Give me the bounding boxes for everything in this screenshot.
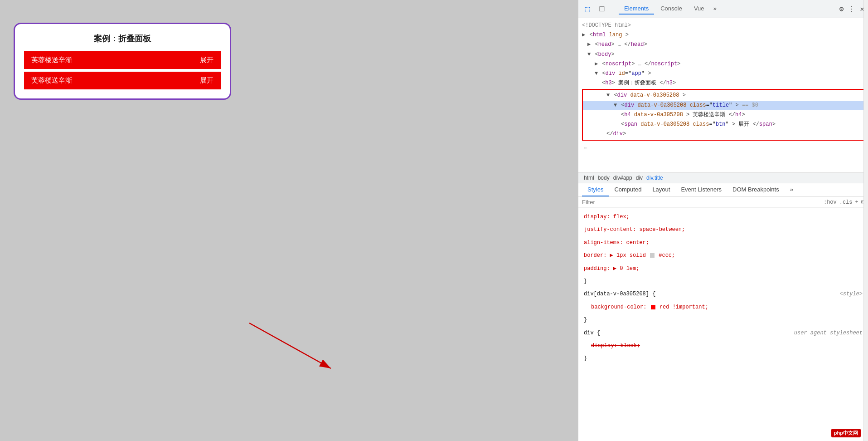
dom-h3[interactable]: <h3> 案例：折叠面板 </h3> — [578, 78, 868, 88]
accordion-item-1[interactable]: 芙蓉楼送辛渐 展开 — [24, 51, 221, 69]
breadcrumb-body[interactable]: body — [598, 175, 610, 181]
cursor-icon[interactable]: ⬚ — [582, 4, 593, 15]
css-justify-content: justify-content: space-between; — [578, 223, 868, 236]
accordion-item-1-title: 芙蓉楼送辛渐 — [31, 56, 72, 64]
filter-bar: :hov .cls + ⊡ — [578, 197, 868, 208]
tab-vue[interactable]: Vue — [689, 3, 710, 15]
hov-button[interactable]: :hov — [824, 199, 837, 206]
settings-icon[interactable]: ⚙ — [839, 5, 844, 14]
sub-tab-styles[interactable]: Styles — [582, 183, 609, 196]
php-badge-text: php中文网 — [834, 430, 858, 436]
dom-div-data-v[interactable]: ▼ <div data-v-0a305208 > — [583, 91, 863, 100]
card-title: 案例：折叠面板 — [24, 33, 221, 44]
css-source-2: user agent stylesheet — [794, 328, 863, 338]
devtools-scrollbar[interactable] — [863, 0, 868, 441]
css-closing-brace-1: } — [578, 275, 868, 288]
accordion-item-2-title: 芙蓉楼送辛渐 — [31, 76, 72, 85]
dom-h4[interactable]: <h4 data-v-0a305208 > 芙蓉楼送辛渐 </h4> — [583, 110, 863, 120]
css-source-1: <style> — [840, 289, 863, 299]
sub-tab-dom-breakpoints[interactable]: DOM Breakpoints — [727, 183, 785, 196]
dom-div-title-selected[interactable]: ▼ <div data-v-0a305208 class="title" > =… — [583, 101, 863, 110]
css-border: border: ▶ 1px solid #ccc; — [578, 249, 868, 262]
dom-noscript[interactable]: ▶ <noscript> … </noscript> — [578, 59, 868, 69]
demo-card: 案例：折叠面板 芙蓉楼送辛渐 展开 芙蓉楼送辛渐 展开 — [14, 23, 231, 100]
css-display-block: display: block; — [578, 339, 868, 352]
filter-input[interactable] — [582, 199, 821, 206]
devtools-right-icons: ⚙ ⋮ ✕ — [839, 5, 864, 14]
tab-elements[interactable]: Elements — [619, 3, 654, 15]
breadcrumb-div-app[interactable]: div#app — [613, 175, 632, 181]
accordion-item-2-btn[interactable]: 展开 — [200, 76, 213, 85]
accordion-item-2[interactable]: 芙蓉楼送辛渐 展开 — [24, 72, 221, 89]
dom-div-app[interactable]: ▼ <div id="app" > — [578, 69, 868, 78]
styles-content: display: flex; justify-content: space-be… — [578, 208, 868, 441]
dom-html[interactable]: ▶ <html lang > — [578, 30, 868, 40]
breadcrumb-html[interactable]: html — [584, 175, 594, 181]
sub-tab-bar: Styles Computed Layout Event Listeners D… — [578, 183, 868, 197]
red-arrow — [245, 318, 344, 377]
css-block-1: <style> div[data-v-0a305208] { — [578, 288, 868, 300]
svg-line-1 — [249, 323, 331, 368]
css-block-2: user agent stylesheet div { — [578, 327, 868, 339]
sub-tab-computed[interactable]: Computed — [609, 183, 647, 196]
border-color-swatch — [650, 253, 655, 258]
css-block-2-close: } — [578, 352, 868, 365]
css-align-items: align-items: center; — [578, 236, 868, 249]
filter-icons: :hov .cls + ⊡ — [824, 199, 864, 206]
dom-highlight-box: ▼ <div data-v-0a305208 > ▼ <div data-v-0… — [582, 89, 864, 141]
accordion-item-1-btn[interactable]: 展开 — [200, 56, 213, 64]
tab-console[interactable]: Console — [655, 3, 688, 15]
devtools-tab-bar: Elements Console Vue » — [619, 3, 725, 15]
sub-tab-event-listeners[interactable]: Event Listeners — [675, 183, 727, 196]
tab-more-icon[interactable]: » — [711, 4, 720, 14]
dom-span-btn[interactable]: <span data-v-0a305208 class="btn" > 展开 <… — [583, 120, 863, 129]
css-block-1-close: } — [578, 314, 868, 326]
breadcrumb-div[interactable]: div — [636, 175, 643, 181]
css-padding: padding: ▶ 0 1em; — [578, 262, 868, 275]
cls-button[interactable]: .cls — [839, 199, 853, 206]
css-background-color[interactable]: background-color: red !important; — [578, 301, 868, 314]
breadcrumb-div-title[interactable]: div.title — [646, 175, 663, 181]
more-options-icon[interactable]: ⋮ — [848, 5, 855, 14]
inspector-icon[interactable]: □ — [596, 4, 607, 15]
dom-div-close[interactable]: </div> — [583, 129, 863, 139]
dom-doctype[interactable]: <!DOCTYPE html> — [578, 21, 868, 30]
dom-head[interactable]: ▶ <head> … </head> — [578, 40, 868, 49]
sub-tab-layout[interactable]: Layout — [647, 183, 675, 196]
sub-tab-more[interactable]: » — [785, 183, 799, 196]
devtools-panel: ⬚ □ Elements Console Vue » ⚙ ⋮ ✕ <!DOCTY… — [578, 0, 868, 441]
add-style-button[interactable]: + — [855, 199, 858, 206]
dom-ellipsis: … — [578, 142, 868, 153]
breadcrumb-bar: html body div#app div div.title — [578, 172, 868, 183]
php-badge: php中文网 — [831, 429, 861, 437]
bg-color-swatch — [651, 305, 655, 309]
elements-dom-tree: <!DOCTYPE html> ▶ <html lang > ▶ <head> … — [578, 18, 868, 172]
dom-body[interactable]: ▼ <body> — [578, 50, 868, 59]
css-display-flex: display: flex; — [578, 211, 868, 223]
devtools-toolbar: ⬚ □ Elements Console Vue » ⚙ ⋮ ✕ — [578, 0, 868, 18]
main-content-area: 案例：折叠面板 芙蓉楼送辛渐 展开 芙蓉楼送辛渐 展开 — [0, 0, 578, 441]
